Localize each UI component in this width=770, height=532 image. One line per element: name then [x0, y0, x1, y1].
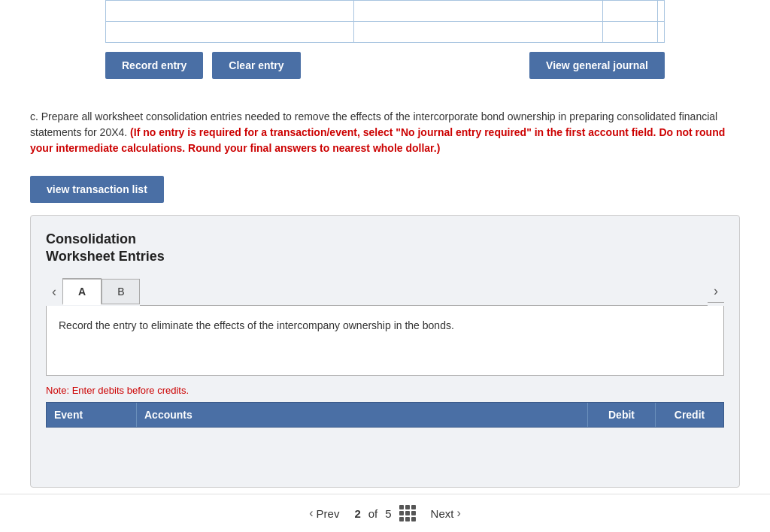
instruction-text: c. Prepare all worksheet consolidation e…: [30, 109, 740, 156]
top-section: Record entry Clear entry View general jo…: [0, 0, 770, 91]
grid-dot: [411, 505, 416, 509]
table-cell[interactable]: [657, 1, 664, 22]
page-info: 2 of 5: [354, 505, 415, 521]
col-debit-header: Debit: [588, 403, 656, 427]
table-cell[interactable]: [602, 22, 657, 43]
current-page: 2: [354, 507, 360, 520]
grid-dot: [399, 505, 404, 509]
grid-dot: [411, 517, 416, 521]
table-cell[interactable]: [354, 22, 602, 43]
view-btn-row: view transaction list: [0, 168, 770, 215]
card-title: Consolidation Worksheet Entries: [46, 231, 724, 266]
grid-dot: [405, 511, 410, 515]
entry-table-header: Event Accounts Debit Credit: [46, 402, 724, 428]
prev-button[interactable]: ‹ Prev: [309, 506, 339, 520]
record-entry-button[interactable]: Record entry: [105, 52, 203, 79]
tab-a[interactable]: A: [62, 278, 102, 305]
prev-chevron-icon: ‹: [309, 506, 313, 520]
grid-dot: [405, 517, 410, 521]
next-button[interactable]: Next ›: [431, 506, 461, 520]
page-separator: of: [368, 507, 378, 520]
grid-dot: [399, 517, 404, 521]
col-accounts-header: Accounts: [137, 403, 588, 427]
table-cell[interactable]: [106, 22, 354, 43]
top-button-row: Record entry Clear entry View general jo…: [105, 52, 665, 79]
tab-prev-button[interactable]: ‹: [46, 281, 62, 303]
card-section: Consolidation Worksheet Entries ‹ A B › …: [30, 215, 740, 488]
view-general-journal-button[interactable]: View general journal: [529, 52, 665, 79]
table-cell[interactable]: [602, 1, 657, 22]
journal-table: [105, 0, 665, 43]
col-credit-header: Credit: [656, 403, 723, 427]
table-cell[interactable]: [354, 1, 602, 22]
card-title-line2: Worksheet Entries: [46, 249, 165, 264]
note-text: Note: Enter debits before credits.: [46, 385, 724, 396]
tab-next-button[interactable]: ›: [708, 280, 724, 303]
total-pages: 5: [385, 507, 391, 520]
next-chevron-icon: ›: [456, 506, 460, 520]
grid-dot: [405, 505, 410, 509]
instruction-text-red: (If no entry is required for a transacti…: [30, 126, 725, 154]
tab-description: Record the entry to eliminate the effect…: [59, 318, 711, 363]
tab-b[interactable]: B: [102, 279, 140, 304]
view-transaction-list-button[interactable]: view transaction list: [30, 176, 164, 203]
grid-dot: [399, 511, 404, 515]
tabs-row: ‹ A B ›: [46, 278, 724, 306]
tab-content: Record the entry to eliminate the effect…: [46, 306, 724, 376]
next-label: Next: [431, 507, 454, 520]
grid-icon[interactable]: [399, 505, 416, 521]
bottom-nav: ‹ Prev 2 of 5 Next ›: [0, 494, 770, 532]
table-cell[interactable]: [106, 1, 354, 22]
clear-entry-button[interactable]: Clear entry: [212, 52, 300, 79]
page-wrapper: Record entry Clear entry View general jo…: [0, 0, 770, 532]
tab-spacer: [140, 278, 708, 306]
instruction-section: c. Prepare all worksheet consolidation e…: [0, 91, 770, 168]
prev-label: Prev: [317, 507, 340, 520]
col-event-header: Event: [47, 403, 137, 427]
card-title-line1: Consolidation: [46, 231, 136, 246]
grid-dot: [411, 511, 416, 515]
table-cell[interactable]: [657, 22, 664, 43]
